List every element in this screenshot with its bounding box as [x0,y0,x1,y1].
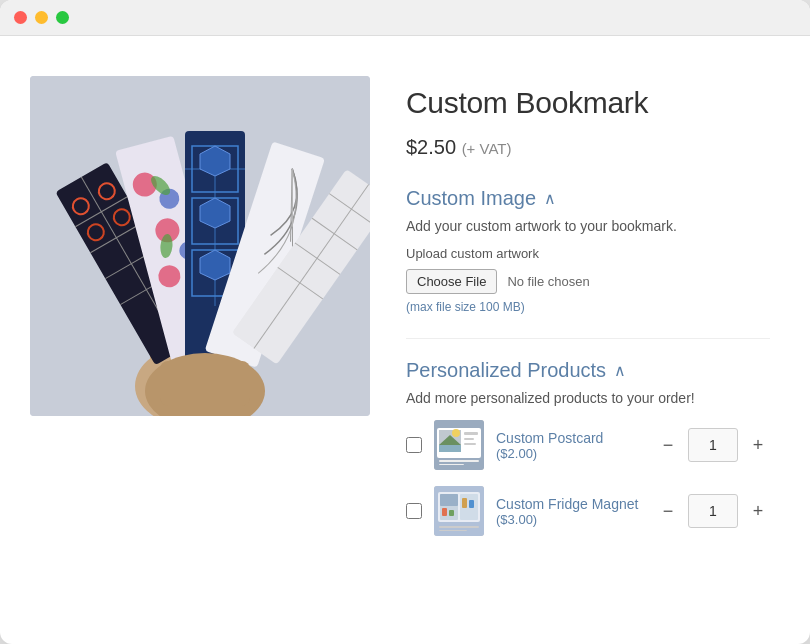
svg-rect-63 [439,530,467,531]
custom-image-chevron-icon: ∧ [544,189,556,208]
postcard-name: Custom Postcard [496,430,644,446]
svg-point-47 [452,429,460,437]
product-image-wrapper: 🔍 [30,76,370,416]
title-bar [0,0,810,36]
product-option-row: Custom Postcard ($2.00) − + [406,420,770,470]
close-dot[interactable] [14,11,27,24]
magnet-minus-button[interactable]: − [656,499,680,523]
section-divider [406,338,770,339]
maximize-dot[interactable] [56,11,69,24]
custom-image-header: Custom Image ∧ [406,187,770,210]
vat-label: (+ VAT) [462,140,512,157]
app-window: 🔍 [0,0,810,644]
product-price: $2.50 (+ VAT) [406,136,770,159]
product-image-column: 🔍 [30,76,370,560]
postcard-price: ($2.00) [496,446,644,461]
magnet-qty-controls: − + [656,494,770,528]
minimize-dot[interactable] [35,11,48,24]
postcard-checkbox[interactable] [406,437,422,453]
svg-rect-51 [439,460,479,462]
personalized-chevron-icon: ∧ [614,361,626,380]
main-content: 🔍 [0,36,810,600]
magnet-checkbox[interactable] [406,503,422,519]
svg-rect-56 [440,494,458,506]
svg-rect-62 [439,526,479,528]
product-option-row: Custom Fridge Magnet ($3.00) − + [406,486,770,536]
product-illustration [30,76,370,416]
postcard-thumbnail [434,420,484,470]
svg-rect-52 [439,464,464,465]
magnet-name: Custom Fridge Magnet [496,496,644,512]
magnet-thumbnail [434,486,484,536]
postcard-plus-button[interactable]: + [746,433,770,457]
postcard-qty-input[interactable] [688,428,738,462]
svg-rect-59 [449,510,454,516]
magnet-info: Custom Fridge Magnet ($3.00) [496,496,644,527]
personalized-description: Add more personalized products to your o… [406,390,770,406]
upload-label: Upload custom artwork [406,246,770,261]
magnet-qty-input[interactable] [688,494,738,528]
custom-image-section: Custom Image ∧ Add your custom artwork t… [406,187,770,314]
product-details-column: Custom Bookmark $2.50 (+ VAT) Custom Ima… [406,76,770,560]
postcard-minus-button[interactable]: − [656,433,680,457]
magnet-price: ($3.00) [496,512,644,527]
personalized-header: Personalized Products ∧ [406,359,770,382]
svg-rect-60 [462,498,467,508]
svg-rect-41 [160,361,250,406]
no-file-text: No file chosen [507,274,589,289]
svg-rect-49 [464,438,474,440]
personalized-title: Personalized Products [406,359,606,382]
file-input-row: Choose File No file chosen [406,269,770,294]
magnet-plus-button[interactable]: + [746,499,770,523]
custom-image-title: Custom Image [406,187,536,210]
svg-rect-50 [464,443,476,445]
price-value: $2.50 [406,136,456,158]
personalized-products-section: Personalized Products ∧ Add more persona… [406,359,770,536]
svg-rect-48 [464,432,478,435]
postcard-info: Custom Postcard ($2.00) [496,430,644,461]
postcard-qty-controls: − + [656,428,770,462]
choose-file-button[interactable]: Choose File [406,269,497,294]
svg-rect-45 [439,445,461,452]
product-title: Custom Bookmark [406,86,770,120]
max-file-note: (max file size 100 MB) [406,300,770,314]
svg-rect-61 [469,500,474,508]
custom-image-description: Add your custom artwork to your bookmark… [406,218,770,234]
svg-rect-58 [442,508,447,516]
